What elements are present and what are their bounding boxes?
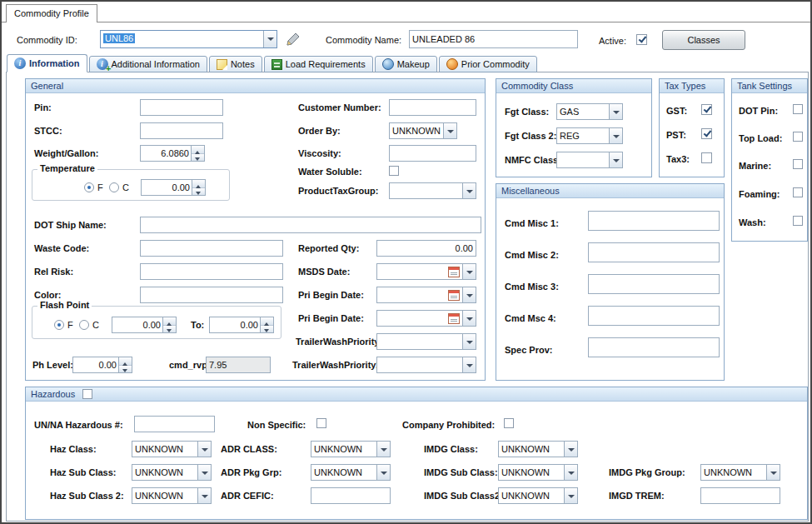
flash-point-c-radio[interactable] [79, 320, 89, 330]
cmd-misc2-input[interactable] [588, 242, 720, 262]
spinner-up-icon[interactable] [261, 317, 273, 326]
company-prohibited-checkbox[interactable] [504, 418, 514, 428]
chevron-down-icon[interactable] [462, 311, 476, 326]
spec-prov-input[interactable] [588, 337, 720, 357]
dot-ship-name-input[interactable] [140, 217, 481, 233]
viscosity-input[interactable] [389, 145, 476, 162]
chevron-down-icon[interactable] [462, 334, 476, 349]
tab-load-requirements[interactable]: Load Requirements [264, 56, 373, 72]
dot-pin-checkbox[interactable] [793, 104, 803, 114]
temperature-c-radio[interactable] [109, 182, 119, 192]
chevron-down-icon[interactable] [197, 442, 211, 457]
water-soluble-checkbox[interactable] [389, 166, 399, 176]
chevron-down-icon[interactable] [609, 152, 622, 167]
tab-makeup[interactable]: Makeup [375, 56, 437, 72]
weight-gallon-spinner[interactable]: 6.0860 [140, 145, 205, 162]
chevron-down-icon[interactable] [197, 488, 211, 503]
spinner-down-icon[interactable] [163, 326, 176, 333]
tax3-checkbox[interactable] [701, 152, 712, 163]
chevron-down-icon[interactable] [766, 465, 780, 480]
foaming-checkbox[interactable] [793, 187, 803, 197]
cmd-msc4-input[interactable] [588, 306, 720, 326]
trailer-wash-priority2-select[interactable] [376, 357, 476, 373]
msds-date-picker[interactable] [376, 263, 476, 280]
calendar-icon[interactable] [448, 290, 460, 301]
chevron-down-icon[interactable] [462, 357, 476, 372]
non-specific-checkbox[interactable] [316, 418, 326, 428]
spinner-up-icon[interactable] [192, 180, 205, 188]
top-load-checkbox[interactable] [793, 132, 803, 142]
tab-notes[interactable]: Notes [209, 56, 262, 72]
stcc-input[interactable] [140, 122, 223, 139]
commodity-id-select[interactable]: UNL86 [100, 30, 277, 48]
haz-sub-class2-select[interactable]: UNKNOWN [132, 487, 212, 504]
reported-qty-input[interactable] [376, 240, 476, 257]
imdg-sub-class2-select[interactable]: UNKNOWN [498, 487, 578, 504]
order-by-select[interactable]: UNKNOWN [389, 122, 457, 139]
pin-input[interactable] [140, 99, 223, 116]
fgt-class-select[interactable]: GAS [556, 103, 623, 120]
calendar-icon[interactable] [448, 267, 460, 277]
tab-information[interactable]: Information [7, 54, 87, 72]
pst-checkbox[interactable] [701, 128, 712, 139]
color-input[interactable] [140, 287, 283, 303]
temperature-spinner[interactable]: 0.00 [141, 179, 206, 196]
spinner-down-icon[interactable] [119, 366, 132, 373]
flash-point-to-spinner[interactable]: 0.00 [209, 317, 274, 333]
spinner-up-icon[interactable] [192, 146, 204, 154]
chevron-down-icon[interactable] [376, 465, 390, 480]
commodity-name-input[interactable] [409, 30, 578, 48]
imdg-sub-class-select[interactable]: UNKNOWN [498, 464, 578, 481]
flash-point-from-spinner[interactable]: 0.00 [112, 317, 177, 333]
waste-code-input[interactable] [140, 240, 283, 257]
chevron-down-icon[interactable] [564, 465, 577, 480]
pri-begin-date-picker[interactable] [376, 287, 476, 303]
cmd-misc3-input[interactable] [588, 274, 720, 294]
spinner-up-icon[interactable] [119, 357, 132, 366]
chevron-down-icon[interactable] [462, 183, 476, 198]
imgd-trem-input[interactable] [700, 487, 780, 504]
classes-button[interactable]: Classes [662, 30, 745, 50]
tab-additional-information[interactable]: Additional Information [89, 56, 207, 72]
spinner-down-icon[interactable] [192, 188, 205, 196]
imdg-pkg-group-select[interactable]: UNKNOWN [700, 464, 780, 481]
unna-hazardous-input[interactable] [134, 416, 215, 432]
wash-checkbox[interactable] [793, 216, 803, 226]
chevron-down-icon[interactable] [443, 123, 456, 138]
haz-sub-class-select[interactable]: UNKNOWN [132, 464, 212, 481]
flash-point-f-radio[interactable] [54, 320, 64, 330]
tab-prior-commodity[interactable]: Prior Commodity [439, 56, 537, 72]
chevron-down-icon[interactable] [564, 488, 577, 503]
chevron-down-icon[interactable] [197, 465, 211, 480]
chevron-down-icon[interactable] [609, 104, 622, 119]
adr-pkg-grp-select[interactable]: UNKNOWN [311, 464, 391, 481]
chevron-down-icon[interactable] [376, 442, 390, 457]
haz-class-select[interactable]: UNKNOWN [132, 441, 212, 457]
spinner-up-icon[interactable] [163, 317, 176, 326]
marine-checkbox[interactable] [793, 159, 803, 169]
spinner-down-icon[interactable] [192, 154, 204, 162]
chevron-down-icon[interactable] [462, 264, 476, 279]
gst-checkbox[interactable] [701, 104, 712, 115]
active-checkbox[interactable] [636, 34, 647, 45]
edit-pencil-icon[interactable] [286, 32, 301, 47]
nmfc-class-select[interactable] [556, 152, 623, 168]
doc-tab-commodity-profile[interactable]: Commodity Profile [6, 4, 97, 22]
ph-level-spinner[interactable]: 0.00 [72, 357, 132, 373]
imdg-class-select[interactable]: UNKNOWN [498, 441, 578, 457]
temperature-f-radio[interactable] [84, 182, 94, 192]
chevron-down-icon[interactable] [462, 287, 476, 302]
chevron-down-icon[interactable] [263, 31, 276, 47]
chevron-down-icon[interactable] [564, 442, 577, 457]
product-tax-group-select[interactable] [389, 182, 476, 199]
adr-cefic-input[interactable] [311, 487, 391, 504]
fgt-class2-select[interactable]: REG [556, 127, 623, 144]
chevron-down-icon[interactable] [609, 128, 622, 143]
calendar-icon[interactable] [448, 313, 460, 324]
customer-number-input[interactable] [389, 99, 476, 116]
pri-begin-date2-picker[interactable] [376, 310, 476, 327]
cmd-misc1-input[interactable] [588, 211, 720, 231]
adr-class-select[interactable]: UNKNOWN [311, 441, 391, 457]
trailer-wash-priority-select[interactable] [376, 333, 476, 350]
hazardous-checkbox[interactable] [82, 389, 92, 399]
